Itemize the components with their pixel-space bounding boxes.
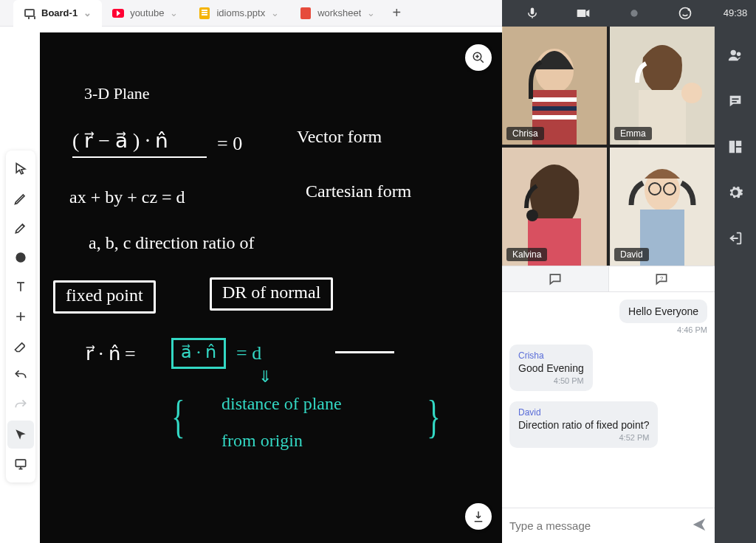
- tab-label: youtube: [130, 7, 164, 18]
- vector-form-eq: = 0: [217, 133, 242, 155]
- tab-slides[interactable]: idioms.pptx ⌄: [188, 0, 289, 27]
- whiteboard-canvas[interactable]: 3-D Plane ( r⃗ − a⃗ ) · n̂ = 0 Vector fo…: [40, 32, 502, 543]
- chevron-down-icon[interactable]: ⌄: [367, 7, 375, 18]
- chat-tab-questions[interactable]: ?: [609, 266, 715, 291]
- chevron-down-icon[interactable]: ⌄: [83, 7, 92, 18]
- svg-rect-30: [729, 141, 735, 153]
- underline: [72, 156, 207, 158]
- reactions-button[interactable]: [673, 3, 697, 24]
- call-controls: [502, 0, 715, 27]
- chevron-down-icon[interactable]: ⌄: [271, 7, 279, 18]
- pointer-tool[interactable]: [7, 421, 34, 449]
- svg-rect-8: [532, 97, 577, 102]
- message-time: 4:52 PM: [518, 433, 649, 442]
- tab-board[interactable]: Board-1 ⌄: [13, 0, 102, 27]
- slides-icon: [199, 7, 210, 19]
- insert-tool[interactable]: [7, 302, 34, 331]
- cartesian-form-label: Cartesian form: [306, 181, 411, 201]
- participant-tile[interactable]: David: [610, 148, 715, 266]
- blank-line: [335, 351, 394, 353]
- message-input[interactable]: [509, 519, 685, 532]
- side-rail: 49:38: [715, 0, 756, 543]
- microphone-button[interactable]: [520, 3, 544, 24]
- participant-tile[interactable]: Kalvina: [502, 148, 607, 266]
- participants-button[interactable]: [722, 42, 749, 69]
- teal-eq-rhs: = d: [236, 342, 261, 364]
- board-icon: [24, 7, 35, 19]
- tab-youtube[interactable]: youtube ⌄: [102, 0, 188, 27]
- svg-rect-15: [687, 84, 695, 96]
- participant-tile[interactable]: Chrisa: [502, 27, 607, 145]
- youtube-icon: [112, 7, 124, 19]
- svg-point-3: [630, 10, 637, 16]
- present-tool[interactable]: [7, 450, 34, 478]
- participant-name: David: [614, 248, 649, 261]
- direction-ratio-text: a, b, c direction ratio of: [89, 233, 255, 253]
- cursor-tool[interactable]: [7, 155, 34, 183]
- svg-point-0: [16, 253, 25, 262]
- highlighter-tool[interactable]: [7, 214, 34, 242]
- down-arrow-icon: ⇓: [258, 367, 272, 387]
- participant-name: Chrisa: [506, 127, 544, 140]
- chevron-down-icon[interactable]: ⌄: [170, 7, 178, 18]
- message-text: Good Evening: [518, 362, 584, 374]
- undo-button[interactable]: [7, 362, 34, 390]
- participant-tile[interactable]: Emma: [610, 27, 715, 145]
- file-tabs: Board-1 ⌄ youtube ⌄ idioms.pptx ⌄ worksh…: [0, 0, 502, 27]
- svg-rect-1: [16, 460, 25, 466]
- svg-rect-32: [736, 148, 741, 153]
- tab-label: worksheet: [317, 7, 361, 18]
- video-grid: Chrisa Emma Kalvina David: [502, 27, 715, 266]
- svg-text:?: ?: [660, 275, 663, 282]
- teal-text-2: from origin: [221, 431, 303, 451]
- camera-button[interactable]: [571, 3, 595, 24]
- tab-pdf[interactable]: worksheet ⌄: [289, 0, 385, 27]
- tab-label: idioms.pptx: [216, 7, 265, 18]
- text-tool[interactable]: [7, 273, 34, 301]
- chat-rail-button[interactable]: [722, 88, 749, 114]
- brace-close-icon: }: [427, 390, 440, 444]
- svg-rect-29: [732, 101, 736, 103]
- svg-rect-28: [732, 98, 738, 100]
- fixed-point-box: fixed point: [53, 280, 156, 314]
- svg-rect-31: [736, 141, 741, 146]
- message-text: Hello Everyone: [619, 300, 707, 323]
- chat-message: Hello Everyone 4:46 PM: [509, 300, 707, 334]
- record-button[interactable]: [622, 3, 646, 24]
- participant-name: Kalvina: [506, 248, 547, 261]
- chat-messages: Hello Everyone 4:46 PM Crisha Good Eveni…: [502, 292, 715, 508]
- exit-button[interactable]: [722, 225, 749, 252]
- chat-message: Crisha Good Evening 4:50 PM: [509, 345, 707, 391]
- chat-tab-messages[interactable]: [502, 266, 609, 291]
- svg-point-19: [526, 210, 538, 221]
- redo-button[interactable]: [7, 391, 34, 419]
- chat-tabs: ?: [502, 266, 715, 292]
- svg-rect-10: [532, 115, 577, 120]
- eraser-tool[interactable]: [7, 332, 34, 360]
- shape-tool[interactable]: [7, 243, 34, 272]
- tab-label: Board-1: [41, 7, 78, 18]
- dr-normal-box: DR of normal: [210, 277, 333, 311]
- cartesian-form-lhs: ax + by + cz = d: [69, 187, 185, 207]
- message-time: 4:50 PM: [518, 376, 584, 385]
- message-sender: Crisha: [518, 350, 584, 361]
- svg-point-27: [737, 52, 741, 56]
- drawing-toolbar: [6, 151, 35, 483]
- brace-open-icon: {: [171, 390, 185, 444]
- teal-box: a⃗ · n̂: [171, 338, 226, 369]
- message-text: Direction ratio of fixed point?: [518, 419, 649, 431]
- settings-button[interactable]: [722, 179, 749, 206]
- participant-name: Emma: [614, 127, 652, 140]
- layout-button[interactable]: [722, 134, 749, 160]
- send-button[interactable]: [691, 516, 707, 536]
- svg-rect-9: [532, 106, 577, 111]
- pdf-icon: [300, 7, 312, 19]
- zoom-in-button[interactable]: [465, 44, 492, 71]
- pencil-tool[interactable]: [7, 184, 34, 212]
- message-time: 4:46 PM: [509, 325, 707, 334]
- download-button[interactable]: [465, 503, 492, 530]
- teal-eq-lhs: r⃗ · n̂ =: [86, 342, 136, 365]
- vector-form-lhs: ( r⃗ − a⃗ ) · n̂: [72, 128, 168, 153]
- add-tab-button[interactable]: +: [385, 4, 408, 21]
- call-timer: 49:38: [724, 7, 748, 18]
